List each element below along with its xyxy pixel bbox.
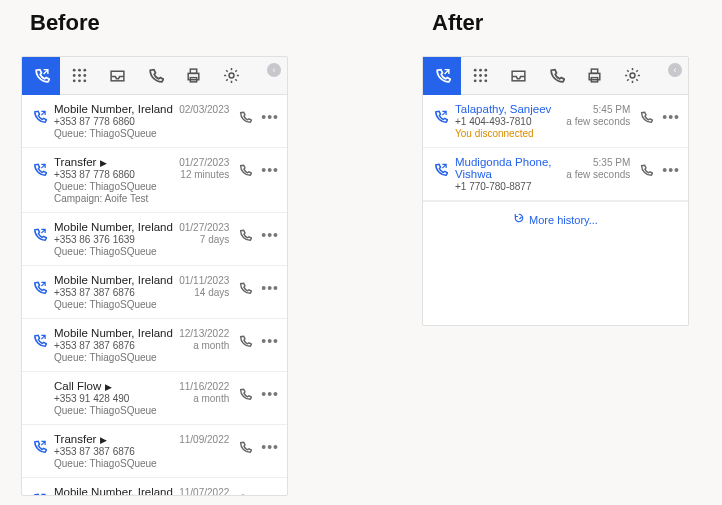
tab-settings[interactable] bbox=[212, 57, 250, 95]
call-row[interactable]: Mobile Number, Ireland+353 87 387 6876Qu… bbox=[22, 266, 287, 319]
call-time: 5:45 PM bbox=[566, 104, 630, 115]
call-queue: Queue: ThiagoSQueue bbox=[54, 352, 179, 363]
call-list: Mobile Number, Ireland+353 87 778 6860Qu… bbox=[22, 95, 287, 496]
more-actions-button[interactable]: ••• bbox=[261, 440, 279, 454]
call-back-button[interactable] bbox=[235, 160, 255, 180]
call-date: 11/16/2022 bbox=[179, 381, 229, 392]
call-back-button[interactable] bbox=[235, 278, 255, 298]
call-row[interactable]: Mobile Number, Ireland+353 86 376 1639Qu… bbox=[22, 213, 287, 266]
contact-name-link[interactable]: Mudigonda Phone, Vishwa bbox=[455, 156, 566, 180]
more-history-label: More history... bbox=[529, 214, 598, 226]
call-date: 11/09/2022 bbox=[179, 434, 229, 445]
toolbar: ‹ bbox=[423, 57, 688, 95]
call-row[interactable]: Mobile Number, Ireland+353 87 778 6860Qu… bbox=[22, 95, 287, 148]
call-queue: Queue: ThiagoSQueue bbox=[54, 181, 179, 192]
tab-inbox[interactable] bbox=[98, 57, 136, 95]
call-number: +353 87 387 6876 bbox=[54, 287, 179, 298]
outgoing-call-icon bbox=[28, 158, 50, 180]
call-row[interactable]: Transfer▶+353 87 387 6876Queue: ThiagoSQ… bbox=[22, 425, 287, 478]
call-back-button[interactable] bbox=[235, 437, 255, 457]
more-actions-button[interactable]: ••• bbox=[261, 493, 279, 496]
call-row[interactable]: Call Flow▶+353 91 428 490Queue: ThiagoSQ… bbox=[22, 372, 287, 425]
call-number: +353 87 778 6860 bbox=[54, 169, 179, 180]
call-date: 11/07/2022 bbox=[179, 487, 229, 496]
tab-phone[interactable] bbox=[136, 57, 174, 95]
call-row[interactable]: Mudigonda Phone, Vishwa+1 770-780-88775:… bbox=[423, 148, 688, 201]
call-back-button[interactable] bbox=[235, 490, 255, 496]
call-campaign: Campaign: Aoife Test bbox=[54, 193, 179, 204]
call-back-button[interactable] bbox=[235, 107, 255, 127]
call-date: 01/11/2023 bbox=[179, 275, 229, 286]
more-actions-button[interactable]: ••• bbox=[261, 110, 279, 124]
outgoing-call-icon bbox=[28, 276, 50, 298]
before-panel: ‹ Mobile Number, Ireland+353 87 778 6860… bbox=[21, 56, 288, 496]
call-title: Transfer▶ bbox=[54, 156, 179, 168]
outgoing-call-icon bbox=[28, 329, 50, 351]
more-actions-button[interactable]: ••• bbox=[261, 334, 279, 348]
more-actions-button[interactable]: ••• bbox=[261, 163, 279, 177]
call-queue: Queue: ThiagoSQueue bbox=[54, 405, 179, 416]
play-icon: ▶ bbox=[105, 382, 112, 392]
call-row[interactable]: Mobile Number, Ireland+353 87 778 686011… bbox=[22, 478, 287, 496]
tab-fax[interactable] bbox=[174, 57, 212, 95]
outgoing-call-icon bbox=[28, 105, 50, 127]
call-duration: a few seconds bbox=[566, 116, 630, 127]
call-title: Mobile Number, Ireland bbox=[54, 486, 179, 496]
more-actions-button[interactable]: ••• bbox=[662, 110, 680, 124]
call-queue: Queue: ThiagoSQueue bbox=[54, 246, 179, 257]
call-title: Mobile Number, Ireland bbox=[54, 274, 179, 286]
tab-recent-calls[interactable] bbox=[22, 57, 60, 95]
call-back-button[interactable] bbox=[636, 160, 656, 180]
call-back-button[interactable] bbox=[235, 225, 255, 245]
call-title: Mobile Number, Ireland bbox=[54, 327, 179, 339]
collapse-icon[interactable]: ‹ bbox=[267, 63, 281, 77]
more-actions-button[interactable]: ••• bbox=[261, 281, 279, 295]
call-back-button[interactable] bbox=[235, 331, 255, 351]
more-actions-button[interactable]: ••• bbox=[662, 163, 680, 177]
play-icon: ▶ bbox=[100, 158, 107, 168]
call-duration: 14 days bbox=[179, 287, 229, 298]
more-actions-button[interactable]: ••• bbox=[261, 387, 279, 401]
tab-dialpad[interactable] bbox=[461, 57, 499, 95]
call-duration: a month bbox=[179, 393, 229, 404]
history-icon bbox=[513, 212, 525, 226]
call-date: 12/13/2022 bbox=[179, 328, 229, 339]
after-heading: After bbox=[432, 10, 483, 36]
call-title: Transfer▶ bbox=[54, 433, 179, 445]
call-title: Mobile Number, Ireland bbox=[54, 221, 179, 233]
call-duration: 12 minutes bbox=[179, 169, 229, 180]
call-queue: Queue: ThiagoSQueue bbox=[54, 128, 179, 139]
call-duration: 7 days bbox=[179, 234, 229, 245]
tab-recent-calls[interactable] bbox=[423, 57, 461, 95]
call-row[interactable]: Talapathy, Sanjeev+1 404-493-7810You dis… bbox=[423, 95, 688, 148]
call-row[interactable]: Mobile Number, Ireland+353 87 387 6876Qu… bbox=[22, 319, 287, 372]
call-row[interactable]: Transfer▶+353 87 778 6860Queue: ThiagoSQ… bbox=[22, 148, 287, 213]
contact-name-link[interactable]: Talapathy, Sanjeev bbox=[455, 103, 566, 115]
more-actions-button[interactable]: ••• bbox=[261, 228, 279, 242]
tab-settings[interactable] bbox=[613, 57, 651, 95]
call-number: +353 87 387 6876 bbox=[54, 340, 179, 351]
call-queue: Queue: ThiagoSQueue bbox=[54, 458, 179, 469]
call-back-button[interactable] bbox=[636, 107, 656, 127]
before-heading: Before bbox=[30, 10, 100, 36]
call-number: +353 91 428 490 bbox=[54, 393, 179, 404]
call-time: 5:35 PM bbox=[566, 157, 630, 168]
tab-inbox[interactable] bbox=[499, 57, 537, 95]
call-date: 01/27/2023 bbox=[179, 157, 229, 168]
call-back-button[interactable] bbox=[235, 384, 255, 404]
call-date: 01/27/2023 bbox=[179, 222, 229, 233]
outgoing-call-icon bbox=[28, 435, 50, 457]
more-history-link[interactable]: More history... bbox=[423, 201, 688, 236]
call-duration: a few seconds bbox=[566, 169, 630, 180]
tab-phone[interactable] bbox=[537, 57, 575, 95]
call-number: +1 770-780-8877 bbox=[455, 181, 566, 192]
call-title: Call Flow▶ bbox=[54, 380, 179, 392]
call-queue: Queue: ThiagoSQueue bbox=[54, 299, 179, 310]
call-status: You disconnected bbox=[455, 128, 566, 139]
tab-dialpad[interactable] bbox=[60, 57, 98, 95]
collapse-icon[interactable]: ‹ bbox=[668, 63, 682, 77]
call-number: +353 87 387 6876 bbox=[54, 446, 179, 457]
outgoing-call-icon bbox=[429, 105, 451, 127]
play-icon: ▶ bbox=[100, 435, 107, 445]
tab-fax[interactable] bbox=[575, 57, 613, 95]
